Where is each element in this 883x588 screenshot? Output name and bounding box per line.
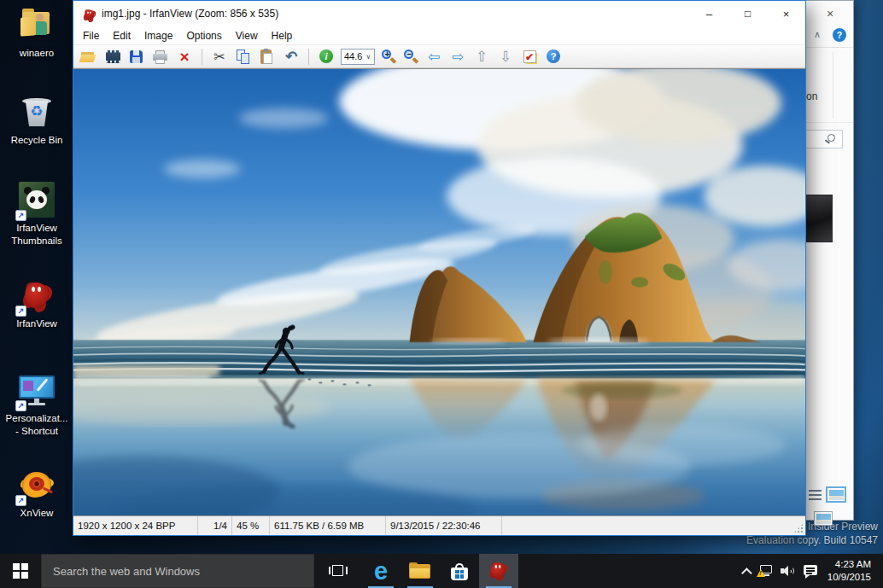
- toolbar-separator: [202, 49, 202, 65]
- desktop-icon-winaero[interactable]: winaero: [2, 5, 72, 60]
- desktop-icon-label: Personalizat...- Shortcut: [6, 412, 68, 437]
- taskbar-search-input[interactable]: [42, 565, 313, 578]
- desktop-icon-irfanview[interactable]: ↗ IrfanView: [2, 276, 72, 330]
- minimize-button[interactable]: –: [690, 1, 728, 26]
- file-thumbnail[interactable]: [805, 195, 833, 242]
- zoom-level-combobox[interactable]: 44.6 ∨: [341, 49, 375, 65]
- desktop-icon-recycle-bin[interactable]: ♻ Recycle Bin: [2, 92, 72, 147]
- desktop-icon-label: XnView: [20, 507, 54, 520]
- help-icon[interactable]: ?: [544, 48, 563, 66]
- recycle-bin-icon: ♻: [17, 92, 56, 131]
- irfanview-app-icon: [486, 558, 512, 584]
- menu-edit[interactable]: Edit: [106, 28, 137, 44]
- cut-icon[interactable]: ✂: [210, 48, 229, 66]
- first-file-icon[interactable]: ⇧: [472, 48, 491, 66]
- menu-image[interactable]: Image: [137, 28, 179, 44]
- task-view-icon: [329, 564, 348, 578]
- zoom-in-icon[interactable]: +: [380, 48, 397, 65]
- watermark-line2: Evaluation copy. Build 10547: [746, 534, 878, 546]
- status-image-dimensions: 1920 x 1200 x 24 BPP: [73, 516, 198, 535]
- titlebar[interactable]: img1.jpg - IrfanView (Zoom: 856 x 535) –…: [73, 1, 805, 26]
- previous-file-icon[interactable]: ⇦: [424, 48, 443, 66]
- shortcut-arrow-icon: ↗: [15, 210, 26, 221]
- personalization-icon: ↗: [17, 370, 56, 410]
- tray-expand-icon[interactable]: [741, 568, 752, 579]
- menu-view[interactable]: View: [229, 28, 265, 44]
- statusbar: 1920 x 1200 x 24 BPP 1/4 45 % 611.75 KB …: [73, 516, 805, 535]
- search-icon: [827, 134, 835, 142]
- start-button[interactable]: [0, 554, 41, 588]
- save-icon[interactable]: [127, 48, 146, 66]
- file-explorer-window-sliver: × ∧ ? on: [805, 0, 854, 521]
- thumbnail-view-button[interactable]: [826, 486, 846, 503]
- next-file-icon[interactable]: ⇨: [448, 48, 467, 66]
- store-icon: [450, 562, 469, 580]
- help-icon[interactable]: ?: [833, 28, 846, 42]
- chevron-down-icon[interactable]: ∨: [363, 53, 374, 61]
- taskbar-edge-button[interactable]: e: [361, 554, 401, 588]
- shortcut-arrow-icon: ↗: [15, 495, 26, 506]
- zoom-out-icon[interactable]: −: [402, 48, 419, 65]
- status-file-size: 611.75 KB / 6.59 MB: [270, 516, 386, 535]
- toolbar-divider: [805, 122, 853, 123]
- desktop-icon-personalization-shortcut[interactable]: ↗ Personalizat...- Shortcut: [2, 370, 72, 437]
- folder-user-icon: [17, 5, 56, 44]
- ribbon-divider: [805, 47, 853, 48]
- last-file-icon[interactable]: ⇩: [496, 48, 515, 66]
- desktop-icon-irfanview-thumbnails[interactable]: ↗ IrfanViewThumbnails: [2, 180, 72, 247]
- print-icon[interactable]: [151, 48, 170, 66]
- desktop-icon-label: IrfanViewThumbnails: [11, 222, 61, 247]
- ribbon-collapse-icon[interactable]: ∧: [814, 29, 821, 40]
- windows-logo-icon: [13, 563, 28, 579]
- shortcut-arrow-icon: ↗: [15, 306, 26, 317]
- open-file-icon[interactable]: [79, 48, 98, 66]
- taskbar-store-button[interactable]: [440, 554, 479, 588]
- ribbon-group-separator: [833, 52, 833, 119]
- ribbon-label-fragment: on: [806, 90, 817, 102]
- taskbar: e 4:23 AM 10/9/2015: [0, 554, 883, 588]
- copy-icon[interactable]: [234, 48, 253, 66]
- clock-time: 4:23 AM: [827, 558, 871, 571]
- details-view-button[interactable]: [809, 489, 822, 501]
- panda-thumbnail-icon: ↗: [17, 180, 56, 219]
- irfanview-app-icon: ↗: [17, 276, 56, 315]
- taskbar-file-explorer-button[interactable]: [401, 554, 440, 588]
- irfanview-app-icon: [81, 7, 96, 21]
- slideshow-icon[interactable]: [103, 48, 122, 66]
- close-button[interactable]: ×: [817, 5, 843, 22]
- xnview-app-icon: ↗: [17, 465, 56, 504]
- recycle-symbol-icon: ♻: [17, 102, 56, 120]
- paste-icon[interactable]: [258, 48, 277, 66]
- photo-beach: [73, 376, 805, 515]
- task-view-button[interactable]: [319, 554, 358, 588]
- file-thumbnail-small[interactable]: [814, 511, 833, 526]
- desktop-icon-xnview[interactable]: ↗ XnView: [2, 465, 72, 520]
- menu-help[interactable]: Help: [265, 28, 300, 44]
- toolbar: × ✂ ↶ i 44.6 ∨ + − ⇦ ⇨ ⇧ ⇩ ✔ ?: [73, 45, 805, 68]
- maximize-button[interactable]: □: [728, 1, 767, 26]
- status-file-datetime: 9/13/2015 / 22:30:46: [386, 516, 502, 535]
- taskbar-irfanview-button[interactable]: [479, 554, 518, 588]
- menubar: File Edit Image Options View Help: [73, 26, 805, 45]
- irfanview-window: img1.jpg - IrfanView (Zoom: 856 x 535) –…: [73, 0, 806, 536]
- desktop: { "window": { "title": "img1.jpg - Irfan…: [0, 0, 883, 588]
- batch-convert-icon[interactable]: ✔: [520, 48, 539, 66]
- action-center-icon[interactable]: [804, 564, 818, 578]
- image-info-icon[interactable]: i: [317, 48, 336, 66]
- close-button[interactable]: ×: [767, 1, 805, 26]
- taskbar-search[interactable]: [41, 554, 314, 588]
- image-viewport: [73, 68, 805, 516]
- photo-sea: [73, 340, 805, 384]
- status-zoom-percent: 45 %: [232, 516, 270, 535]
- taskbar-clock[interactable]: 4:23 AM 10/9/2015: [824, 558, 874, 584]
- clock-date: 10/9/2015: [827, 571, 871, 584]
- network-icon[interactable]: [758, 564, 775, 578]
- desktop-icon-label: winaero: [20, 47, 54, 60]
- menu-file[interactable]: File: [76, 28, 106, 44]
- photo-canvas: [73, 69, 805, 515]
- undo-icon[interactable]: ↶: [282, 48, 301, 66]
- delete-icon[interactable]: ×: [175, 48, 194, 66]
- menu-options[interactable]: Options: [179, 28, 228, 44]
- volume-icon[interactable]: [781, 564, 798, 578]
- desktop-icon-label: Recycle Bin: [11, 134, 63, 147]
